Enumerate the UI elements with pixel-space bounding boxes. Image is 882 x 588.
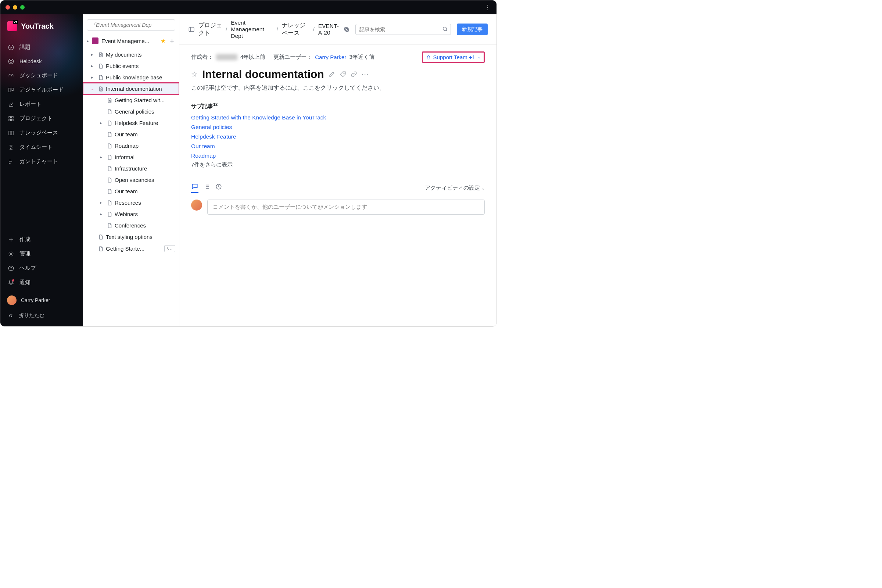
chevron-icon[interactable]: ▸ <box>98 120 104 125</box>
activity-settings[interactable]: アクティビティの設定 ⌄ <box>425 184 485 192</box>
tree-item-label: Our team <box>115 188 175 194</box>
sidebar-item-reports[interactable]: レポート <box>0 97 83 111</box>
crumb-id[interactable]: EVENT-A-20 <box>318 23 340 36</box>
sidebar-item-label: レポート <box>20 101 42 108</box>
sidebar-item-help[interactable]: ヘルプ <box>0 261 83 275</box>
sidebar-item-dashboards[interactable]: ダッシュボード <box>0 68 83 82</box>
chevron-icon[interactable]: ▸ <box>98 212 104 216</box>
link-icon[interactable] <box>351 71 357 78</box>
svg-rect-15 <box>345 28 348 31</box>
avatar <box>7 296 16 305</box>
chevron-icon[interactable]: ▸ <box>89 64 96 68</box>
tag-icon[interactable] <box>340 71 346 78</box>
window-zoom-icon[interactable] <box>20 5 25 9</box>
copy-id-icon[interactable] <box>344 27 350 32</box>
search-input[interactable] <box>356 24 451 35</box>
tree-item[interactable]: ▸Getting Starte...リ... <box>83 243 179 255</box>
tree-item[interactable]: ▸Getting Started wit... <box>83 94 179 106</box>
sidebar-user[interactable]: Carry Parker <box>0 292 83 309</box>
list-tab-icon[interactable] <box>204 183 210 192</box>
sidebar-item-issues[interactable]: 課題 <box>0 40 83 54</box>
tree-item-label: Internal documentation <box>106 86 175 92</box>
sub-article-item: Roadmap <box>191 151 485 160</box>
tree-item[interactable]: ▸Public knowledge base <box>83 72 179 83</box>
more-icon[interactable]: ··· <box>362 70 369 78</box>
empty-content-hint[interactable]: この記事は空です。内容を追加するには、ここをクリックしてください。 <box>191 84 485 92</box>
sidebar-item-gantt[interactable]: ガントチャート <box>0 154 83 169</box>
tree-item[interactable]: ▸Resources <box>83 197 179 208</box>
tree-item[interactable]: ▸Our team <box>83 129 179 140</box>
sidebar-item-helpdesk[interactable]: Helpdesk <box>0 54 83 68</box>
tree-item-label: Text styling options <box>106 234 175 240</box>
comments-tab-icon[interactable] <box>191 183 198 193</box>
sub-article-link[interactable]: Our team <box>191 143 215 149</box>
sidebar-item-label: 作成 <box>20 236 30 243</box>
new-article-button[interactable]: 新規記事 <box>457 24 488 35</box>
window-close-icon[interactable] <box>6 5 10 9</box>
sidebar-collapse[interactable]: 折りたたむ <box>0 309 83 322</box>
star-outline-icon[interactable]: ☆ <box>191 70 198 79</box>
sidebar-item-label: ヘルプ <box>20 265 36 272</box>
locked-document-icon <box>98 86 104 92</box>
crumb-section[interactable]: ナレッジベース <box>282 22 309 37</box>
tree-search-input[interactable] <box>87 20 175 30</box>
crumb-project[interactable]: Event Management Dept <box>231 20 273 39</box>
chevron-icon[interactable]: ▸ <box>89 52 96 57</box>
board-icon <box>8 87 14 93</box>
sub-article-link[interactable]: Helpdesk Feature <box>191 134 236 140</box>
chevron-icon[interactable]: ⌄ <box>89 86 96 91</box>
tree-item[interactable]: ⌄Internal documentation <box>83 83 179 94</box>
sub-article-link[interactable]: General policies <box>191 124 232 130</box>
project-name[interactable]: Event Manageme... <box>101 38 158 44</box>
chevron-icon[interactable]: ▸ <box>89 75 96 80</box>
chevron-icon[interactable]: ▸ <box>98 155 104 159</box>
comment-input[interactable]: コメントを書くか、他のユーザーについて@メンションします <box>207 200 485 214</box>
window-minimize-icon[interactable] <box>13 5 17 9</box>
sub-article-link[interactable]: Getting Started with the Knowledge Base … <box>191 114 326 120</box>
tree-item[interactable]: ▸My documents <box>83 49 179 60</box>
svg-point-1 <box>9 59 14 64</box>
chevron-icon[interactable]: ▸ <box>98 200 104 205</box>
sidebar-item-agile[interactable]: アジャイルボード <box>0 82 83 97</box>
tree-item[interactable]: ▸Helpdesk Feature <box>83 117 179 129</box>
sub-article-item: General policies <box>191 122 485 132</box>
crumb-projects[interactable]: プロジェクト <box>198 22 222 37</box>
tree-item[interactable]: ▸Text styling options <box>83 231 179 243</box>
tree-item[interactable]: ▸Open vacancies <box>83 174 179 186</box>
tree-item[interactable]: ▸Roadmap <box>83 140 179 152</box>
sidebar-item-admin[interactable]: 管理 <box>0 247 83 261</box>
locked-document-icon <box>98 52 104 58</box>
sidebar-item-label: ダッシュボード <box>20 72 58 79</box>
chevron-right-icon[interactable]: ▸ <box>87 39 89 44</box>
tree-item[interactable]: ▸Infrastructure <box>83 163 179 174</box>
history-tab-icon[interactable] <box>215 183 222 192</box>
document-icon <box>98 63 104 69</box>
updated-by-link[interactable]: Carry Parker <box>315 54 346 60</box>
tree-item[interactable]: ▸Public events <box>83 60 179 72</box>
more-menu-icon[interactable]: ⋮ <box>484 3 491 11</box>
sidebar-item-knowledge-base[interactable]: ナレッジベース <box>0 126 83 140</box>
visibility-selector[interactable]: Support Team +1 ⌄ <box>422 51 485 63</box>
show-more-link[interactable]: 7件をさらに表示 <box>191 161 485 168</box>
edit-icon[interactable] <box>328 71 335 78</box>
sidebar-item-create[interactable]: 作成 <box>0 232 83 247</box>
gear-icon <box>8 250 14 257</box>
tree-item[interactable]: ▸Webinars <box>83 208 179 220</box>
sub-article-link[interactable]: Roadmap <box>191 153 216 159</box>
tree-item[interactable]: ▸General policies <box>83 106 179 117</box>
sidebar-item-projects[interactable]: プロジェクト <box>0 111 83 126</box>
star-icon[interactable]: ★ <box>160 38 166 45</box>
article-meta: 作成者： xxxx 4年以上前 更新ユーザー： Carry Parker 3年近… <box>191 51 485 63</box>
chevron-down-icon: ⌄ <box>482 186 485 190</box>
app-logo[interactable]: YouTrack <box>0 17 83 38</box>
window-titlebar: ⋮ <box>0 0 496 14</box>
tree-item[interactable]: ▸Conferences <box>83 220 179 231</box>
search-icon[interactable] <box>442 26 448 32</box>
add-article-icon[interactable]: ＋ <box>169 36 175 45</box>
sidebar-item-timesheets[interactable]: タイムシート <box>0 140 83 154</box>
tree-item[interactable]: ▸Informal <box>83 152 179 163</box>
sidebar-item-notifications[interactable]: 通知 <box>0 275 83 290</box>
tree-item[interactable]: ▸Our team <box>83 186 179 197</box>
article-tree: ▸My documents▸Public events▸Public knowl… <box>83 47 179 256</box>
panel-toggle-icon[interactable] <box>188 26 195 33</box>
